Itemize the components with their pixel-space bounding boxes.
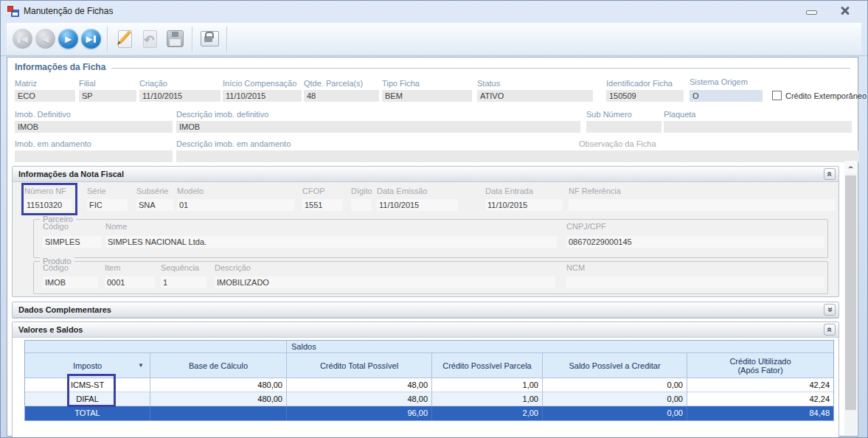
numero-nf-field[interactable]: 11510320 xyxy=(24,199,72,211)
scroll-up-icon: ‹ xyxy=(847,166,855,169)
cfop-field[interactable]: 1551 xyxy=(302,199,343,211)
filial-label: Filial xyxy=(79,79,96,88)
produto-groupbox: Produto Código IMOB Item 0001 Sequência … xyxy=(33,261,828,294)
save-button[interactable] xyxy=(162,26,187,52)
plaqueta-label: Plaqueta xyxy=(664,110,695,119)
last-record-button[interactable]: ▶ xyxy=(81,29,101,49)
nota-fiscal-collapse-button[interactable]: « xyxy=(824,168,836,180)
desc-imob-definitivo-field[interactable]: IMOB xyxy=(176,121,580,133)
first-record-button[interactable]: ◀ xyxy=(13,29,32,49)
subserie-field[interactable]: SNA xyxy=(136,199,173,211)
last-record-icon: ▶ xyxy=(86,35,92,44)
matriz-field[interactable]: ECO xyxy=(15,90,75,102)
sistema-origem-field[interactable]: O xyxy=(690,90,763,102)
data-emissao-field[interactable]: 11/10/2015 xyxy=(377,199,458,211)
imob-definitivo-field[interactable]: IMOB xyxy=(15,121,173,133)
inicio-compensacao-field[interactable]: 11/10/2015 xyxy=(223,90,302,102)
nota-fiscal-panel-title: Informações da Nota Fiscal xyxy=(18,170,124,178)
cnpj-cpf-field[interactable]: 08670229000145 xyxy=(566,236,824,248)
imposto-filter-dropdown-icon[interactable]: ▼ xyxy=(138,362,144,369)
edit-button[interactable] xyxy=(112,26,137,52)
table-row-icms-st[interactable]: ICMS-ST 480,00 48,00 1,00 0,00 42,24 xyxy=(25,378,833,392)
next-record-icon: ▶ xyxy=(65,35,72,44)
table-row-difal[interactable]: DIFAL 480,00 48,00 1,00 0,00 42,24 xyxy=(25,392,833,406)
valores-saldos-collapse-button[interactable]: « xyxy=(824,324,836,336)
matriz-label: Matriz xyxy=(15,79,37,88)
credito-extemporaneo-label: Crédito Extemporâneo xyxy=(785,91,867,100)
produto-sequencia-field[interactable]: 1 xyxy=(161,277,206,288)
nf-referencia-label: NF Referência xyxy=(569,187,621,195)
valores-saldos-panel-header: Valores e Saldos « xyxy=(13,322,839,338)
tipo-ficha-field[interactable]: BEM xyxy=(382,90,472,102)
nota-fiscal-panel: Informações da Nota Fiscal « Número NF 1… xyxy=(12,166,839,297)
col-header-credito-utilizado[interactable]: Crédito Ultilizado (Após Fator) xyxy=(687,353,833,378)
close-button[interactable] xyxy=(839,5,851,17)
identificador-ficha-field[interactable]: 150509 xyxy=(606,90,684,102)
col-header-imposto[interactable]: Imposto ▼ xyxy=(25,353,150,378)
parceiro-nome-field[interactable]: SIMPLES NACIONAL Ltda. xyxy=(105,236,557,248)
parceiro-codigo-label: Código xyxy=(43,222,69,231)
undo-button[interactable]: ↶ xyxy=(137,26,162,52)
imob-andamento-field[interactable] xyxy=(15,150,173,162)
produto-codigo-field[interactable]: IMOB xyxy=(43,277,98,288)
col-header-saldo-creditar[interactable]: Saldo Possível a Creditar xyxy=(543,353,687,378)
produto-item-field[interactable]: 0001 xyxy=(105,277,155,288)
credito-extemporaneo-checkbox[interactable] xyxy=(772,91,782,100)
status-field[interactable]: ATIVO xyxy=(477,90,593,102)
data-entrada-label: Data Entrada xyxy=(485,187,533,195)
produto-codigo-label: Código xyxy=(43,263,69,272)
toolbar-separator xyxy=(107,27,108,52)
first-record-icon xyxy=(18,35,20,43)
ncm-field[interactable] xyxy=(566,277,824,288)
previous-record-icon: ◀ xyxy=(42,35,49,44)
desc-imob-definitivo-label: Descrição imob. definitivo xyxy=(176,110,268,119)
cnpj-cpf-label: CNPJ/CPF xyxy=(566,222,606,231)
data-emissao-label: Data Emissão xyxy=(377,187,427,195)
digito-field[interactable] xyxy=(351,199,372,211)
nf-referencia-field[interactable] xyxy=(569,199,836,211)
produto-descricao-field[interactable]: IMOBILIZADO xyxy=(215,277,555,288)
app-window: Manutenção de Fichas ◀ ◀ ▶ ▶ ↶ xyxy=(0,0,868,438)
qtde-parcelas-field[interactable]: 48 xyxy=(304,90,379,102)
qtde-parcelas-label: Qtde. Parcela(s) xyxy=(304,79,363,88)
sistema-origem-label: Sistema Origem xyxy=(690,77,748,86)
chevron-up-icon: « xyxy=(825,172,834,177)
observacao-ficha-field[interactable] xyxy=(579,150,859,162)
serie-label: Série xyxy=(87,187,106,195)
data-entrada-field[interactable]: 11/10/2015 xyxy=(485,199,563,211)
minimize-button[interactable] xyxy=(805,5,819,17)
imob-definitivo-label: Imob. Definitivo xyxy=(15,110,71,119)
produto-sequencia-label: Sequência xyxy=(161,263,199,272)
chevron-down-icon: « xyxy=(825,307,834,313)
scrollbar-up-button[interactable]: ‹ xyxy=(844,161,857,173)
credito-extemporaneo-checkbox-wrap: Crédito Extemporâneo xyxy=(772,91,867,100)
table-row-total-selected[interactable]: TOTAL 96,00 2,00 0,00 84,48 xyxy=(25,406,833,420)
vertical-scrollbar[interactable]: ‹ xyxy=(844,161,857,435)
dados-complementares-expand-button[interactable]: « xyxy=(824,304,836,316)
serie-field[interactable]: FIC xyxy=(87,199,128,211)
modelo-field[interactable]: 01 xyxy=(177,199,295,211)
digito-label: Dígito xyxy=(351,187,372,195)
status-label: Status xyxy=(477,79,500,88)
next-record-button[interactable]: ▶ xyxy=(58,29,78,49)
col-header-base-calculo[interactable]: Base de Cálculo xyxy=(150,353,287,378)
tipo-ficha-label: Tipo Ficha xyxy=(382,79,420,88)
ncm-label: NCM xyxy=(566,263,585,272)
app-icon xyxy=(7,6,19,17)
minimize-icon xyxy=(806,10,817,15)
plaqueta-field[interactable] xyxy=(664,121,852,133)
desc-imob-andamento-field[interactable] xyxy=(176,150,580,162)
save-disk-icon xyxy=(167,30,184,47)
lock-button[interactable] xyxy=(197,26,222,52)
parceiro-nome-label: Nome xyxy=(105,222,127,231)
scrollbar-thumb[interactable] xyxy=(845,175,856,410)
sub-numero-field[interactable] xyxy=(586,121,662,133)
col-header-credito-total[interactable]: Crédito Total Possível xyxy=(287,353,432,378)
parceiro-codigo-field[interactable]: SIMPLES xyxy=(43,236,102,248)
previous-record-button[interactable]: ◀ xyxy=(35,29,55,49)
col-header-credito-parcela[interactable]: Crédito Possível Parcela xyxy=(432,353,543,378)
dados-complementares-panel: Dados Complementares « xyxy=(12,302,839,319)
filial-field[interactable]: SP xyxy=(79,90,136,102)
imob-andamento-label: Imob. em andamento xyxy=(15,139,91,148)
criacao-field[interactable]: 11/10/2015 xyxy=(139,90,221,102)
